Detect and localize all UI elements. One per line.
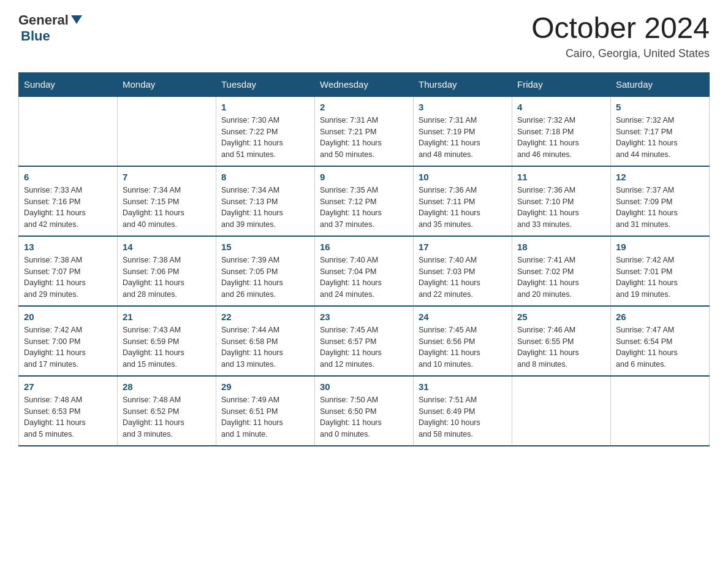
calendar-cell: 28Sunrise: 7:48 AMSunset: 6:52 PMDayligh… <box>118 376 216 446</box>
day-info: Sunrise: 7:31 AMSunset: 7:21 PMDaylight:… <box>320 115 408 161</box>
day-number: 18 <box>517 242 605 252</box>
day-info: Sunrise: 7:35 AMSunset: 7:12 PMDaylight:… <box>320 185 408 231</box>
day-info: Sunrise: 7:34 AMSunset: 7:13 PMDaylight:… <box>221 185 309 231</box>
calendar-cell: 27Sunrise: 7:48 AMSunset: 6:53 PMDayligh… <box>19 376 118 446</box>
day-number: 17 <box>419 242 507 252</box>
calendar-cell: 14Sunrise: 7:38 AMSunset: 7:06 PMDayligh… <box>118 236 216 306</box>
calendar-header-friday: Friday <box>512 72 611 96</box>
calendar-cell: 11Sunrise: 7:36 AMSunset: 7:10 PMDayligh… <box>512 166 611 236</box>
day-number: 24 <box>419 312 507 322</box>
day-number: 25 <box>517 312 605 322</box>
calendar-cell: 4Sunrise: 7:32 AMSunset: 7:18 PMDaylight… <box>512 96 611 166</box>
day-number: 9 <box>320 172 408 182</box>
day-info: Sunrise: 7:46 AMSunset: 6:55 PMDaylight:… <box>517 324 605 370</box>
calendar-cell <box>19 96 118 166</box>
calendar-header-row: SundayMondayTuesdayWednesdayThursdayFrid… <box>19 72 710 96</box>
calendar-cell: 10Sunrise: 7:36 AMSunset: 7:11 PMDayligh… <box>414 166 512 236</box>
calendar-cell: 13Sunrise: 7:38 AMSunset: 7:07 PMDayligh… <box>19 236 118 306</box>
day-info: Sunrise: 7:49 AMSunset: 6:51 PMDaylight:… <box>221 394 309 440</box>
day-info: Sunrise: 7:45 AMSunset: 6:57 PMDaylight:… <box>320 324 408 370</box>
calendar-week-row: 1Sunrise: 7:30 AMSunset: 7:22 PMDaylight… <box>19 96 710 166</box>
day-info: Sunrise: 7:45 AMSunset: 6:56 PMDaylight:… <box>419 324 507 370</box>
day-number: 5 <box>616 102 704 112</box>
calendar-header-wednesday: Wednesday <box>315 72 414 96</box>
day-number: 15 <box>221 242 309 252</box>
location-text: Cairo, Georgia, United States <box>531 47 710 60</box>
day-info: Sunrise: 7:50 AMSunset: 6:50 PMDaylight:… <box>320 394 408 440</box>
calendar-cell: 2Sunrise: 7:31 AMSunset: 7:21 PMDaylight… <box>315 96 414 166</box>
calendar-cell: 24Sunrise: 7:45 AMSunset: 6:56 PMDayligh… <box>414 306 512 376</box>
calendar-cell: 3Sunrise: 7:31 AMSunset: 7:19 PMDaylight… <box>414 96 512 166</box>
day-number: 1 <box>221 102 309 112</box>
day-info: Sunrise: 7:40 AMSunset: 7:03 PMDaylight:… <box>419 255 507 301</box>
calendar-cell: 6Sunrise: 7:33 AMSunset: 7:16 PMDaylight… <box>19 166 118 236</box>
calendar-cell: 7Sunrise: 7:34 AMSunset: 7:15 PMDaylight… <box>118 166 216 236</box>
day-info: Sunrise: 7:31 AMSunset: 7:19 PMDaylight:… <box>419 115 507 161</box>
calendar-cell: 1Sunrise: 7:30 AMSunset: 7:22 PMDaylight… <box>216 96 315 166</box>
day-info: Sunrise: 7:42 AMSunset: 7:00 PMDaylight:… <box>24 324 112 370</box>
day-info: Sunrise: 7:30 AMSunset: 7:22 PMDaylight:… <box>221 115 309 161</box>
day-info: Sunrise: 7:48 AMSunset: 6:52 PMDaylight:… <box>123 394 211 440</box>
calendar-cell: 9Sunrise: 7:35 AMSunset: 7:12 PMDaylight… <box>315 166 414 236</box>
calendar-week-row: 20Sunrise: 7:42 AMSunset: 7:00 PMDayligh… <box>19 306 710 376</box>
day-number: 10 <box>419 172 507 182</box>
day-number: 12 <box>616 172 704 182</box>
calendar-cell: 15Sunrise: 7:39 AMSunset: 7:05 PMDayligh… <box>216 236 315 306</box>
calendar-cell <box>611 376 710 446</box>
calendar-cell: 30Sunrise: 7:50 AMSunset: 6:50 PMDayligh… <box>315 376 414 446</box>
calendar-header-thursday: Thursday <box>414 72 512 96</box>
day-info: Sunrise: 7:37 AMSunset: 7:09 PMDaylight:… <box>616 185 704 231</box>
day-info: Sunrise: 7:48 AMSunset: 6:53 PMDaylight:… <box>24 394 112 440</box>
title-block: October 2024 Cairo, Georgia, United Stat… <box>531 12 710 60</box>
calendar-cell: 25Sunrise: 7:46 AMSunset: 6:55 PMDayligh… <box>512 306 611 376</box>
calendar-cell: 17Sunrise: 7:40 AMSunset: 7:03 PMDayligh… <box>414 236 512 306</box>
calendar-week-row: 13Sunrise: 7:38 AMSunset: 7:07 PMDayligh… <box>19 236 710 306</box>
calendar-cell: 31Sunrise: 7:51 AMSunset: 6:49 PMDayligh… <box>414 376 512 446</box>
day-number: 27 <box>24 381 112 392</box>
day-info: Sunrise: 7:43 AMSunset: 6:59 PMDaylight:… <box>123 324 211 370</box>
month-title: October 2024 <box>531 12 710 45</box>
svg-marker-0 <box>71 15 82 24</box>
day-info: Sunrise: 7:42 AMSunset: 7:01 PMDaylight:… <box>616 255 704 301</box>
calendar-cell: 20Sunrise: 7:42 AMSunset: 7:00 PMDayligh… <box>19 306 118 376</box>
calendar-cell: 23Sunrise: 7:45 AMSunset: 6:57 PMDayligh… <box>315 306 414 376</box>
calendar-cell: 18Sunrise: 7:41 AMSunset: 7:02 PMDayligh… <box>512 236 611 306</box>
logo: General Blue <box>18 12 82 44</box>
calendar-header-sunday: Sunday <box>19 72 118 96</box>
day-info: Sunrise: 7:34 AMSunset: 7:15 PMDaylight:… <box>123 185 211 231</box>
day-info: Sunrise: 7:38 AMSunset: 7:07 PMDaylight:… <box>24 255 112 301</box>
day-info: Sunrise: 7:36 AMSunset: 7:10 PMDaylight:… <box>517 185 605 231</box>
day-number: 2 <box>320 102 408 112</box>
day-number: 4 <box>517 102 605 112</box>
calendar-header-saturday: Saturday <box>611 72 710 96</box>
calendar-header-monday: Monday <box>118 72 216 96</box>
day-info: Sunrise: 7:41 AMSunset: 7:02 PMDaylight:… <box>517 255 605 301</box>
day-info: Sunrise: 7:40 AMSunset: 7:04 PMDaylight:… <box>320 255 408 301</box>
logo-blue-text: Blue <box>21 28 50 44</box>
calendar-cell: 29Sunrise: 7:49 AMSunset: 6:51 PMDayligh… <box>216 376 315 446</box>
day-info: Sunrise: 7:47 AMSunset: 6:54 PMDaylight:… <box>616 324 704 370</box>
day-number: 23 <box>320 312 408 322</box>
day-info: Sunrise: 7:51 AMSunset: 6:49 PMDaylight:… <box>419 394 507 440</box>
calendar-cell: 21Sunrise: 7:43 AMSunset: 6:59 PMDayligh… <box>118 306 216 376</box>
day-number: 26 <box>616 312 704 322</box>
calendar-cell: 16Sunrise: 7:40 AMSunset: 7:04 PMDayligh… <box>315 236 414 306</box>
day-info: Sunrise: 7:36 AMSunset: 7:11 PMDaylight:… <box>419 185 507 231</box>
day-info: Sunrise: 7:32 AMSunset: 7:18 PMDaylight:… <box>517 115 605 161</box>
calendar-cell: 5Sunrise: 7:32 AMSunset: 7:17 PMDaylight… <box>611 96 710 166</box>
calendar-week-row: 27Sunrise: 7:48 AMSunset: 6:53 PMDayligh… <box>19 376 710 446</box>
day-number: 29 <box>221 381 309 392</box>
calendar-cell: 22Sunrise: 7:44 AMSunset: 6:58 PMDayligh… <box>216 306 315 376</box>
day-info: Sunrise: 7:33 AMSunset: 7:16 PMDaylight:… <box>24 185 112 231</box>
calendar-table: SundayMondayTuesdayWednesdayThursdayFrid… <box>18 72 710 446</box>
day-number: 30 <box>320 381 408 392</box>
day-number: 3 <box>419 102 507 112</box>
day-number: 19 <box>616 242 704 252</box>
logo-general-text: General <box>18 12 69 28</box>
day-info: Sunrise: 7:38 AMSunset: 7:06 PMDaylight:… <box>123 255 211 301</box>
day-number: 13 <box>24 242 112 252</box>
calendar-cell <box>512 376 611 446</box>
day-info: Sunrise: 7:32 AMSunset: 7:17 PMDaylight:… <box>616 115 704 161</box>
calendar-header-tuesday: Tuesday <box>216 72 315 96</box>
calendar-week-row: 6Sunrise: 7:33 AMSunset: 7:16 PMDaylight… <box>19 166 710 236</box>
